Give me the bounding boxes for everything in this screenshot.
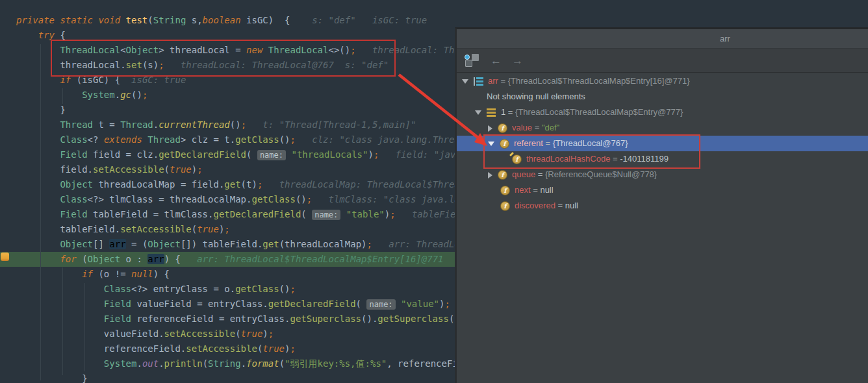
code-token: Class <box>60 194 87 204</box>
code-token: "threadLocals" <box>291 149 368 160</box>
chevron-right-icon[interactable] <box>488 172 492 179</box>
inline-debug-hint: clz: "class java.lang.Thread" <box>296 134 471 145</box>
code-token <box>16 314 104 324</box>
inline-debug-hint: threadLocal: ThreadLocal@767 s: "def" <box>164 60 389 70</box>
elem-icon <box>486 108 497 117</box>
variable-value: {ReferenceQueue$Null@778} <box>545 169 657 179</box>
tree-row-next[interactable]: next = null <box>457 182 868 198</box>
code-token: ; <box>197 164 202 175</box>
variable-name: value <box>512 123 532 132</box>
code-line[interactable]: private static void test(String s,boolea… <box>0 13 868 28</box>
chevron-down-icon[interactable] <box>462 79 468 84</box>
code-token: > clz = t. <box>181 134 235 145</box>
tree-row-queue[interactable]: queue = {ReferenceQueue$Null@778} <box>457 167 868 182</box>
field-key-icon <box>511 154 522 164</box>
code-token: ; <box>268 328 274 339</box>
back-icon[interactable]: ← <box>491 55 502 66</box>
code-token: threadLocalMap = field. <box>93 179 224 190</box>
view-options-icon-dot <box>465 55 470 60</box>
forward-icon[interactable]: → <box>512 55 523 66</box>
indent-guide <box>62 88 63 104</box>
code-token: ( <box>203 358 208 369</box>
code-token: getClass <box>235 284 279 294</box>
code-token: Object <box>60 239 93 249</box>
view-options-icon-front <box>465 60 472 67</box>
tree-row-threadLocalHashCode[interactable]: threadLocalHashCode = -1401181199 <box>457 151 868 167</box>
code-token: Field <box>104 299 131 309</box>
code-token: s, <box>186 15 202 25</box>
variables-tree: arr = {ThreadLocal$ThreadLocalMap$Entry[… <box>457 73 868 214</box>
indent-guide <box>84 283 85 371</box>
code-token: isGC) { <box>241 15 296 25</box>
code-token: true <box>241 328 263 339</box>
code-token: tableField. <box>16 224 120 234</box>
code-token: Object <box>126 45 159 55</box>
code-token: (threadLocalMap) <box>279 239 367 249</box>
code-token: private static void <box>16 15 126 25</box>
code-token: <?> entryClass = o. <box>131 284 235 294</box>
panel-title: arr <box>457 29 868 49</box>
code-token <box>16 119 60 130</box>
code-token: getSuperclass <box>377 314 449 324</box>
variable-value: null <box>565 201 578 210</box>
chevron-down-icon[interactable] <box>475 110 481 115</box>
tree-row-discovered[interactable]: discovered = null <box>457 198 868 214</box>
code-token <box>16 239 60 249</box>
code-token <box>16 269 82 279</box>
code-token: Class <box>60 134 87 145</box>
code-token: > threadLocal = <box>159 45 246 55</box>
debugger-inspect-panel: arr ← → arr = {ThreadLocal$ThreadLocalMa… <box>455 27 868 383</box>
bookmark-icon[interactable] <box>1 253 9 261</box>
code-token: Class <box>104 284 131 294</box>
code-token <box>16 254 60 264</box>
code-token: . <box>115 90 120 100</box>
code-token: (o != <box>93 269 131 279</box>
code-token: true <box>170 164 192 175</box>
code-token: field. <box>16 164 93 175</box>
code-token: setAccessible <box>186 343 257 354</box>
tree-row-1[interactable]: 1 = {ThreadLocal$ThreadLocalMap$Entry@77… <box>457 105 868 120</box>
chevron-right-icon[interactable] <box>488 125 492 132</box>
code-token: t = <box>93 119 120 130</box>
code-token: "table" <box>346 209 385 219</box>
code-token <box>262 45 268 55</box>
code-token: true <box>197 224 219 234</box>
code-token <box>16 30 38 40</box>
code-token: ; <box>224 224 229 234</box>
tree-row-value[interactable]: value = "def" <box>457 120 868 136</box>
code-token: ( <box>164 164 170 175</box>
code-token: ; <box>241 119 246 130</box>
code-token: Thread <box>60 119 93 130</box>
code-token: . <box>153 119 159 130</box>
code-token: <?> tlmClass = threadLocalMap. <box>88 194 252 204</box>
code-token: ( <box>246 149 257 160</box>
tree-row-arr[interactable]: arr = {ThreadLocal$ThreadLocalMap$Entry[… <box>457 73 868 89</box>
code-token: ) <box>385 209 390 219</box>
code-token: (t) <box>241 179 257 190</box>
tree-row-referent[interactable]: referent = {ThreadLocal@767} <box>457 136 868 151</box>
code-token: setAccessible <box>164 328 236 339</box>
code-token: () <box>296 194 307 204</box>
code-token: ( <box>77 254 88 264</box>
code-token <box>16 358 104 369</box>
code-token: extends <box>104 134 142 145</box>
code-token <box>16 179 60 190</box>
code-token: ( <box>147 15 153 25</box>
code-token: field = clz. <box>88 149 159 160</box>
code-token: ) { <box>153 269 170 279</box>
code-token: null <box>131 269 153 279</box>
code-token: ThreadLocal <box>268 45 329 55</box>
code-token: Field <box>60 209 87 219</box>
view-options-icon[interactable] <box>463 53 480 68</box>
tree-note[interactable]: Not showing null elements <box>457 89 868 105</box>
code-token: ( <box>301 209 312 219</box>
code-token: threadLocal. <box>16 60 126 70</box>
code-token: ) { <box>164 254 186 264</box>
code-token: String <box>153 15 186 25</box>
code-token: (). <box>361 314 377 324</box>
code-token <box>16 194 60 204</box>
chevron-down-icon[interactable] <box>488 142 494 146</box>
code-token: get <box>224 179 240 190</box>
variable-value: {ThreadLocal@767} <box>553 138 628 148</box>
tree-note-label: Not showing null elements <box>487 92 585 101</box>
